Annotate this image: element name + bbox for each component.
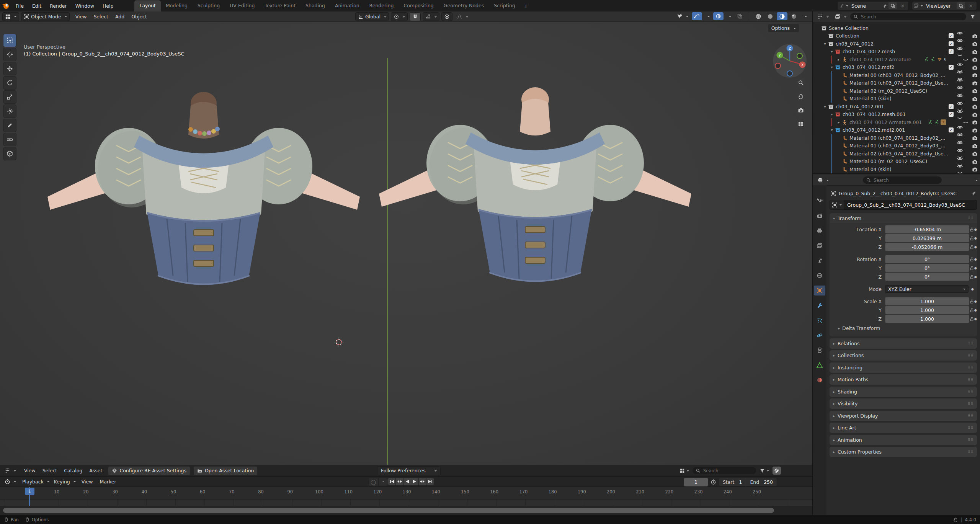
transform-orientation-dropdown[interactable]: Global (355, 12, 389, 21)
snap-toggle[interactable] (410, 12, 421, 21)
workspace-tab[interactable]: Sculpting (193, 0, 225, 11)
current-frame-field[interactable]: 1 (684, 478, 708, 486)
animate-dot[interactable]: ● (971, 287, 974, 291)
scale[interactable] (3, 90, 16, 104)
properties-panel-header[interactable]: ▸ Shading ⠿⠿ (830, 387, 977, 397)
scale-value-field[interactable]: 1.000 (885, 306, 969, 314)
hide-eye-toggle[interactable] (957, 163, 969, 175)
lock-icon[interactable] (969, 236, 974, 241)
animate-dot[interactable]: ● (974, 245, 977, 249)
viewport-options-dropdown[interactable]: Options (768, 24, 799, 32)
shading-material-preview-button[interactable] (777, 12, 787, 20)
scale-value-field[interactable]: 1.000 (885, 315, 969, 323)
panel-grip-icon[interactable]: ⠿⠿ (968, 390, 973, 393)
browse-object-button[interactable] (830, 200, 844, 210)
properties-panel-header[interactable]: ▸ Line Art ⠿⠿ (830, 423, 977, 433)
exclude-checkbox[interactable]: ✓ (949, 49, 954, 54)
shading-wireframe-button[interactable] (753, 12, 764, 20)
workspace-tab[interactable]: Rendering (364, 0, 399, 11)
row-label[interactable]: ch03_074_0012.001 (836, 104, 949, 109)
row-label[interactable]: Material 00 (ch03_074_0012_Body02_UseSC) (849, 72, 949, 78)
auto-keying-toggle[interactable]: ◯ (368, 478, 378, 486)
disable-render-toggle[interactable] (972, 166, 978, 172)
auto-keying-dropdown[interactable] (378, 478, 388, 486)
shading-solid-button[interactable] (765, 12, 776, 20)
workspace-tab[interactable]: Scripting (489, 0, 520, 11)
outliner-display-mode-dropdown[interactable] (833, 13, 849, 21)
outliner-row[interactable]: Material 04 (skin) 6 ✓ (813, 165, 980, 173)
animate-dot[interactable]: ● (974, 258, 977, 261)
workspace-tab[interactable]: Animation (330, 0, 364, 11)
properties-tab[interactable] (814, 345, 825, 355)
asset-menu-item[interactable]: Catalog (60, 468, 86, 473)
viewport-menu-item[interactable]: Object (128, 14, 150, 20)
row-label[interactable]: Material 03 (m_02_0012_UseSC) (849, 158, 949, 164)
timeline-scrollbar-thumb[interactable] (3, 508, 774, 513)
navigation-gizmo[interactable]: Z X Y (772, 43, 808, 79)
animate-dot[interactable]: ● (974, 275, 977, 279)
import-method-dropdown[interactable]: Follow Preferences (377, 466, 441, 475)
display-mode-button[interactable] (678, 467, 691, 475)
object-name-field[interactable]: Group_0_Sub_2__ch03_074_0012_Body03_UseS… (844, 200, 977, 210)
add-workspace-button[interactable]: + (520, 2, 532, 10)
configure-re-asset-settings-button[interactable]: Configure RE Asset Settings (108, 466, 190, 475)
expand-caret-icon[interactable] (829, 65, 835, 69)
workspace-tab[interactable]: Compositing (399, 0, 438, 11)
properties-options-dropdown[interactable] (975, 180, 978, 182)
viewport-menu-item[interactable]: View (72, 14, 90, 20)
location-value-field[interactable]: 0.026399 m (885, 234, 969, 242)
properties-panel-header[interactable]: ▸ Instancing ⠿⠿ (830, 362, 977, 373)
lock-icon[interactable] (969, 274, 974, 279)
previous-keyframe-button[interactable] (396, 478, 403, 485)
pin-id-icon[interactable] (971, 190, 976, 196)
outliner-row[interactable]: ch03_074_0012.mesh 6 ✓ (813, 48, 980, 56)
add-cube[interactable] (3, 147, 16, 160)
row-label[interactable]: ch03_074_0012 Armature (849, 57, 924, 62)
menubar-item[interactable]: Render (46, 0, 71, 11)
row-label[interactable]: Material 00 (ch03_074_0012_Body02_UseSC)… (849, 135, 949, 141)
transform[interactable] (3, 104, 16, 118)
outliner-row[interactable]: ch03_074_0012.mesh.001 6 ✓ (813, 111, 980, 119)
selectability-filter-dropdown[interactable] (675, 12, 691, 20)
garment-models[interactable] (0, 11, 812, 465)
row-label[interactable]: ch03_074_0012 (836, 41, 949, 47)
outliner-editor-type-button[interactable] (815, 13, 831, 21)
properties-panel-header[interactable]: ▸ Motion Paths ⠿⠿ (830, 374, 977, 385)
cursor[interactable] (3, 48, 16, 61)
panel-grip-icon[interactable]: ⠿⠿ (968, 216, 973, 220)
animate-dot[interactable]: ● (974, 228, 977, 231)
panel-grip-icon[interactable]: ⠿⠿ (968, 450, 973, 454)
lock-icon[interactable] (969, 227, 974, 232)
rotation-value-field[interactable]: 0° (885, 255, 969, 263)
row-label[interactable]: ch03_074_0012.mesh (843, 49, 949, 54)
perspective-toggle-icon[interactable] (795, 119, 806, 129)
lock-icon[interactable] (969, 317, 974, 322)
breadcrumb-object-name[interactable]: Group_0_Sub_2__ch03_074_0012_Body03_UseS… (839, 191, 957, 196)
new-scene-button[interactable] (889, 2, 897, 9)
disable-render-toggle[interactable] (972, 111, 978, 118)
properties-tab[interactable] (814, 360, 825, 370)
mode-dropdown[interactable]: Object Mode (21, 12, 70, 21)
open-asset-location-button[interactable]: Open Asset Location (193, 466, 258, 475)
workspace-tab[interactable]: Geometry Nodes (439, 0, 489, 11)
select-box[interactable] (3, 34, 16, 47)
rotation-mode-dropdown[interactable]: XYZ Euler (885, 285, 969, 293)
workspace-tab[interactable]: Modeling (161, 0, 193, 11)
workspace-tab[interactable]: Shading (301, 0, 330, 11)
properties-panel-header[interactable]: ▸ Collections ⠿⠿ (830, 350, 977, 361)
disable-render-toggle[interactable] (972, 49, 978, 55)
outliner-filter-button[interactable] (968, 13, 978, 21)
overlays-dropdown[interactable] (725, 12, 733, 20)
workspace-tab[interactable]: UV Editing (225, 0, 260, 11)
timeline-tracks[interactable] (0, 500, 812, 506)
shading-dropdown[interactable] (800, 12, 809, 20)
row-label[interactable]: Material 02 (ch03_074_0012_Body_UseSC) (849, 151, 949, 157)
expand-caret-icon[interactable] (829, 112, 835, 116)
garment-model-left[interactable] (47, 92, 360, 285)
xray-toggle[interactable] (735, 12, 745, 20)
rotation-value-field[interactable]: 0° (885, 264, 969, 272)
viewlayer-name[interactable]: ViewLayer (924, 3, 955, 9)
expand-caret-icon[interactable] (822, 104, 828, 109)
row-label[interactable]: ch03_074_0012.mesh.001 (843, 111, 949, 117)
menubar-item[interactable]: Window (71, 0, 98, 11)
